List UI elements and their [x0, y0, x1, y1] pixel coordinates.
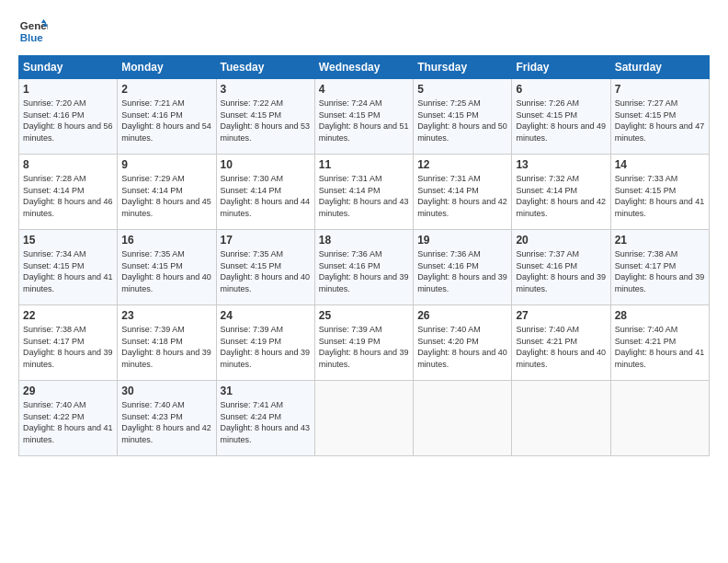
calendar-cell: 13Sunrise: 7:32 AMSunset: 4:14 PMDayligh… — [512, 155, 610, 230]
day-number: 25 — [319, 309, 409, 322]
header-day: Friday — [512, 56, 610, 79]
day-number: 22 — [23, 309, 113, 322]
calendar-cell: 16Sunrise: 7:35 AMSunset: 4:15 PMDayligh… — [118, 230, 216, 305]
day-number: 29 — [23, 385, 113, 397]
day-number: 24 — [221, 309, 311, 322]
calendar-header: SundayMondayTuesdayWednesdayThursdayFrid… — [19, 56, 710, 79]
cell-info: Sunrise: 7:39 AMSunset: 4:19 PMDaylight:… — [319, 325, 409, 369]
logo-icon: General Blue — [18, 17, 48, 46]
calendar-cell: 5Sunrise: 7:25 AMSunset: 4:15 PMDaylight… — [414, 79, 512, 155]
header-day: Tuesday — [216, 56, 314, 79]
calendar-cell: 12Sunrise: 7:31 AMSunset: 4:14 PMDayligh… — [414, 155, 512, 230]
header-day: Thursday — [414, 56, 512, 79]
header-day: Sunday — [19, 56, 118, 79]
cell-info: Sunrise: 7:40 AMSunset: 4:23 PMDaylight:… — [121, 400, 211, 444]
cell-info: Sunrise: 7:40 AMSunset: 4:21 PMDaylight:… — [516, 325, 606, 369]
calendar-cell: 29Sunrise: 7:40 AMSunset: 4:22 PMDayligh… — [19, 381, 118, 456]
cell-info: Sunrise: 7:32 AMSunset: 4:14 PMDaylight:… — [516, 174, 606, 218]
cell-info: Sunrise: 7:40 AMSunset: 4:22 PMDaylight:… — [23, 400, 113, 444]
calendar-cell: 28Sunrise: 7:40 AMSunset: 4:21 PMDayligh… — [610, 305, 709, 381]
day-number: 8 — [23, 158, 113, 171]
cell-info: Sunrise: 7:25 AMSunset: 4:15 PMDaylight:… — [417, 98, 507, 143]
cell-info: Sunrise: 7:39 AMSunset: 4:19 PMDaylight:… — [221, 325, 311, 369]
calendar-cell: 10Sunrise: 7:30 AMSunset: 4:14 PMDayligh… — [216, 155, 314, 230]
day-number: 20 — [516, 234, 606, 247]
cell-info: Sunrise: 7:20 AMSunset: 4:16 PMDaylight:… — [23, 98, 113, 143]
calendar-cell: 23Sunrise: 7:39 AMSunset: 4:18 PMDayligh… — [118, 305, 216, 381]
cell-info: Sunrise: 7:24 AMSunset: 4:15 PMDaylight:… — [319, 98, 409, 143]
calendar-cell — [610, 381, 709, 456]
calendar-week-row: 8Sunrise: 7:28 AMSunset: 4:14 PMDaylight… — [19, 155, 710, 230]
day-number: 17 — [221, 234, 311, 247]
header-row: SundayMondayTuesdayWednesdayThursdayFrid… — [19, 56, 710, 79]
cell-info: Sunrise: 7:33 AMSunset: 4:15 PMDaylight:… — [615, 174, 705, 218]
day-number: 5 — [417, 83, 507, 96]
day-number: 4 — [319, 83, 409, 96]
calendar-cell: 22Sunrise: 7:38 AMSunset: 4:17 PMDayligh… — [19, 305, 118, 381]
cell-info: Sunrise: 7:21 AMSunset: 4:16 PMDaylight:… — [121, 98, 211, 143]
day-number: 11 — [319, 158, 409, 171]
calendar-cell: 19Sunrise: 7:36 AMSunset: 4:16 PMDayligh… — [414, 230, 512, 305]
header: General Blue — [18, 17, 710, 46]
header-day: Monday — [118, 56, 216, 79]
calendar-cell: 4Sunrise: 7:24 AMSunset: 4:15 PMDaylight… — [314, 79, 413, 155]
calendar-cell: 8Sunrise: 7:28 AMSunset: 4:14 PMDaylight… — [19, 155, 118, 230]
day-number: 30 — [121, 385, 211, 397]
day-number: 26 — [417, 309, 507, 322]
header-day: Wednesday — [314, 56, 413, 79]
calendar-cell: 11Sunrise: 7:31 AMSunset: 4:14 PMDayligh… — [314, 155, 413, 230]
cell-info: Sunrise: 7:22 AMSunset: 4:15 PMDaylight:… — [221, 98, 311, 143]
calendar-cell — [314, 381, 413, 456]
cell-info: Sunrise: 7:30 AMSunset: 4:14 PMDaylight:… — [221, 174, 311, 218]
day-number: 9 — [121, 158, 211, 171]
calendar-cell: 9Sunrise: 7:29 AMSunset: 4:14 PMDaylight… — [118, 155, 216, 230]
calendar-cell — [414, 381, 512, 456]
calendar-body: 1Sunrise: 7:20 AMSunset: 4:16 PMDaylight… — [19, 79, 710, 456]
calendar-cell: 14Sunrise: 7:33 AMSunset: 4:15 PMDayligh… — [610, 155, 709, 230]
calendar-cell: 6Sunrise: 7:26 AMSunset: 4:15 PMDaylight… — [512, 79, 610, 155]
cell-info: Sunrise: 7:29 AMSunset: 4:14 PMDaylight:… — [121, 174, 211, 218]
cell-info: Sunrise: 7:40 AMSunset: 4:21 PMDaylight:… — [615, 325, 705, 369]
calendar-page: General Blue SundayMondayTuesdayWednesda… — [0, 0, 728, 563]
calendar-cell: 20Sunrise: 7:37 AMSunset: 4:16 PMDayligh… — [512, 230, 610, 305]
day-number: 6 — [516, 83, 606, 96]
day-number: 14 — [615, 158, 705, 171]
cell-info: Sunrise: 7:35 AMSunset: 4:15 PMDaylight:… — [221, 249, 311, 293]
day-number: 10 — [221, 158, 311, 171]
calendar-cell: 27Sunrise: 7:40 AMSunset: 4:21 PMDayligh… — [512, 305, 610, 381]
calendar-cell: 30Sunrise: 7:40 AMSunset: 4:23 PMDayligh… — [118, 381, 216, 456]
day-number: 28 — [615, 309, 705, 322]
cell-info: Sunrise: 7:28 AMSunset: 4:14 PMDaylight:… — [23, 174, 113, 218]
cell-info: Sunrise: 7:31 AMSunset: 4:14 PMDaylight:… — [417, 174, 507, 218]
cell-info: Sunrise: 7:41 AMSunset: 4:24 PMDaylight:… — [221, 400, 311, 444]
day-number: 13 — [516, 158, 606, 171]
cell-info: Sunrise: 7:37 AMSunset: 4:16 PMDaylight:… — [516, 249, 606, 293]
cell-info: Sunrise: 7:35 AMSunset: 4:15 PMDaylight:… — [121, 249, 211, 293]
cell-info: Sunrise: 7:27 AMSunset: 4:15 PMDaylight:… — [615, 98, 705, 143]
cell-info: Sunrise: 7:36 AMSunset: 4:16 PMDaylight:… — [319, 249, 409, 293]
calendar-cell: 25Sunrise: 7:39 AMSunset: 4:19 PMDayligh… — [314, 305, 413, 381]
calendar-cell: 17Sunrise: 7:35 AMSunset: 4:15 PMDayligh… — [216, 230, 314, 305]
cell-info: Sunrise: 7:38 AMSunset: 4:17 PMDaylight:… — [23, 325, 113, 369]
day-number: 7 — [615, 83, 705, 96]
calendar-week-row: 29Sunrise: 7:40 AMSunset: 4:22 PMDayligh… — [19, 381, 710, 456]
calendar-cell: 1Sunrise: 7:20 AMSunset: 4:16 PMDaylight… — [19, 79, 118, 155]
day-number: 19 — [417, 234, 507, 247]
calendar-cell: 21Sunrise: 7:38 AMSunset: 4:17 PMDayligh… — [610, 230, 709, 305]
day-number: 3 — [221, 83, 311, 96]
calendar-cell: 3Sunrise: 7:22 AMSunset: 4:15 PMDaylight… — [216, 79, 314, 155]
cell-info: Sunrise: 7:36 AMSunset: 4:16 PMDaylight:… — [417, 249, 507, 293]
cell-info: Sunrise: 7:26 AMSunset: 4:15 PMDaylight:… — [516, 98, 606, 143]
day-number: 23 — [121, 309, 211, 322]
cell-info: Sunrise: 7:38 AMSunset: 4:17 PMDaylight:… — [615, 249, 705, 293]
day-number: 16 — [121, 234, 211, 247]
cell-info: Sunrise: 7:31 AMSunset: 4:14 PMDaylight:… — [319, 174, 409, 218]
calendar-cell: 15Sunrise: 7:34 AMSunset: 4:15 PMDayligh… — [19, 230, 118, 305]
calendar-cell: 31Sunrise: 7:41 AMSunset: 4:24 PMDayligh… — [216, 381, 314, 456]
logo: General Blue — [18, 17, 51, 46]
calendar-week-row: 1Sunrise: 7:20 AMSunset: 4:16 PMDaylight… — [19, 79, 710, 155]
day-number: 31 — [221, 385, 311, 397]
calendar-cell: 2Sunrise: 7:21 AMSunset: 4:16 PMDaylight… — [118, 79, 216, 155]
calendar-week-row: 15Sunrise: 7:34 AMSunset: 4:15 PMDayligh… — [19, 230, 710, 305]
calendar-cell: 24Sunrise: 7:39 AMSunset: 4:19 PMDayligh… — [216, 305, 314, 381]
